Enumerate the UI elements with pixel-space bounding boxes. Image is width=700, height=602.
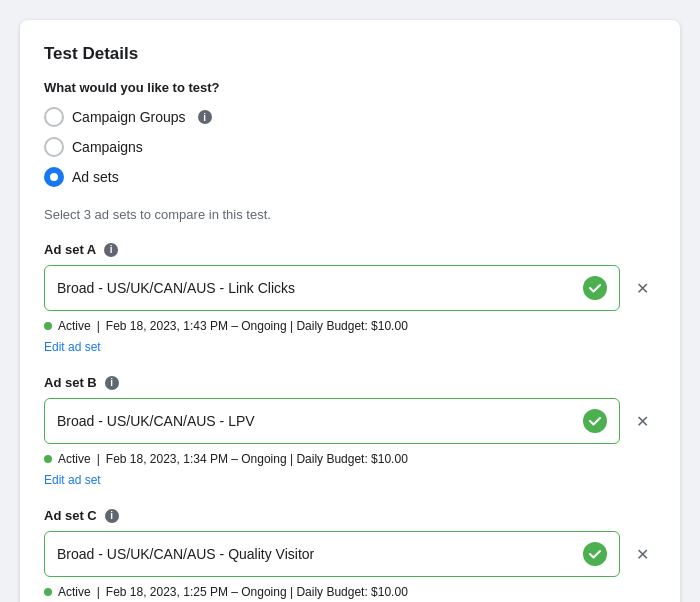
radio-label-campaign-groups: Campaign Groups (72, 109, 186, 125)
adset-meta-text-a: Feb 18, 2023, 1:43 PM – Ongoing | Daily … (106, 319, 408, 333)
adset-status-a: Active (58, 319, 91, 333)
radio-item-ad-sets[interactable]: Ad sets (44, 167, 656, 187)
adset-meta-c: Active | Feb 18, 2023, 1:25 PM – Ongoing… (44, 585, 656, 599)
status-dot-a (44, 322, 52, 330)
radio-label-ad-sets: Ad sets (72, 169, 119, 185)
radio-item-campaigns[interactable]: Campaigns (44, 137, 656, 157)
card-title: Test Details (44, 44, 656, 64)
adset-input-row-a: Broad - US/UK/CAN/AUS - Link Clicks ✕ (44, 265, 656, 311)
radio-group: Campaign Groups i Campaigns Ad sets (44, 107, 656, 187)
test-details-card: Test Details What would you like to test… (20, 20, 680, 602)
section-question: What would you like to test? (44, 80, 656, 95)
edit-adset-link-a[interactable]: Edit ad set (44, 340, 101, 354)
adset-input-text-c: Broad - US/UK/CAN/AUS - Quality Visitor (57, 546, 314, 562)
radio-item-campaign-groups[interactable]: Campaign Groups i (44, 107, 656, 127)
adset-input-box-a[interactable]: Broad - US/UK/CAN/AUS - Link Clicks (44, 265, 620, 311)
adset-status-b: Active (58, 452, 91, 466)
adset-input-box-c[interactable]: Broad - US/UK/CAN/AUS - Quality Visitor (44, 531, 620, 577)
adset-input-box-b[interactable]: Broad - US/UK/CAN/AUS - LPV (44, 398, 620, 444)
radio-circle-ad-sets (44, 167, 64, 187)
adset-status-c: Active (58, 585, 91, 599)
info-icon-campaign-groups[interactable]: i (198, 110, 212, 124)
info-icon-adset-a[interactable]: i (104, 243, 118, 257)
radio-label-campaigns: Campaigns (72, 139, 143, 155)
adset-meta-a: Active | Feb 18, 2023, 1:43 PM – Ongoing… (44, 319, 656, 333)
adset-label-a: Ad set A i (44, 242, 656, 257)
adset-section-c: Ad set C i Broad - US/UK/CAN/AUS - Quali… (44, 508, 656, 602)
edit-adset-link-b[interactable]: Edit ad set (44, 473, 101, 487)
adset-meta-b: Active | Feb 18, 2023, 1:34 PM – Ongoing… (44, 452, 656, 466)
adset-meta-text-b: Feb 18, 2023, 1:34 PM – Ongoing | Daily … (106, 452, 408, 466)
info-icon-adset-b[interactable]: i (105, 376, 119, 390)
adset-input-text-a: Broad - US/UK/CAN/AUS - Link Clicks (57, 280, 295, 296)
adset-meta-text-c: Feb 18, 2023, 1:25 PM – Ongoing | Daily … (106, 585, 408, 599)
close-button-a[interactable]: ✕ (628, 274, 656, 302)
check-circle-c (583, 542, 607, 566)
adset-label-b: Ad set B i (44, 375, 656, 390)
adset-section-b: Ad set B i Broad - US/UK/CAN/AUS - LPV ✕… (44, 375, 656, 488)
check-circle-b (583, 409, 607, 433)
adset-input-row-b: Broad - US/UK/CAN/AUS - LPV ✕ (44, 398, 656, 444)
status-dot-b (44, 455, 52, 463)
adset-label-c: Ad set C i (44, 508, 656, 523)
select-instruction: Select 3 ad sets to compare in this test… (44, 207, 656, 222)
close-button-c[interactable]: ✕ (628, 540, 656, 568)
close-button-b[interactable]: ✕ (628, 407, 656, 435)
check-circle-a (583, 276, 607, 300)
radio-circle-campaign-groups (44, 107, 64, 127)
adset-section-a: Ad set A i Broad - US/UK/CAN/AUS - Link … (44, 242, 656, 355)
adset-input-text-b: Broad - US/UK/CAN/AUS - LPV (57, 413, 255, 429)
info-icon-adset-c[interactable]: i (105, 509, 119, 523)
adset-input-row-c: Broad - US/UK/CAN/AUS - Quality Visitor … (44, 531, 656, 577)
status-dot-c (44, 588, 52, 596)
radio-circle-campaigns (44, 137, 64, 157)
